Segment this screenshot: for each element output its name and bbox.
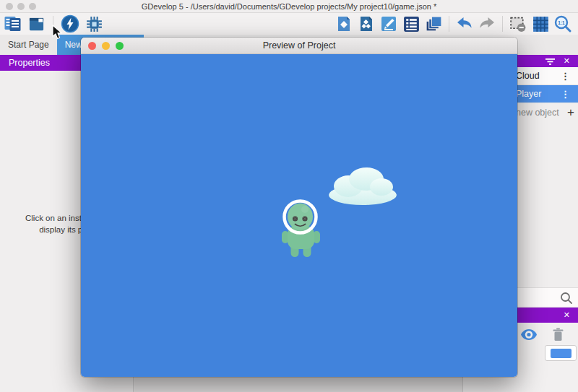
object-label: Cloud <box>516 71 540 81</box>
preview-window-title: Preview of Project <box>263 40 336 51</box>
window-controls[interactable] <box>6 3 36 10</box>
undo-button[interactable] <box>455 14 474 33</box>
app-titlebar: GDevelop 5 - /Users/david/Documents/GDev… <box>0 0 578 13</box>
layers-panel-close-icon[interactable]: ✕ <box>564 311 570 319</box>
selection-mask-icon <box>509 15 527 33</box>
file-cube-icon <box>335 15 353 32</box>
file-objects-icon <box>358 15 375 32</box>
layer-visibility-icon[interactable] <box>520 328 538 344</box>
grid-icon <box>532 15 550 33</box>
toolbar-separator <box>502 16 503 32</box>
mouse-cursor <box>52 25 63 40</box>
app-title: GDevelop 5 - /Users/david/Documents/GDev… <box>142 2 436 11</box>
instances-list-button[interactable] <box>424 14 443 33</box>
preview-window-controls[interactable] <box>88 42 124 50</box>
cloud-sprite <box>327 166 399 206</box>
toggle-mask-button[interactable] <box>509 14 527 33</box>
undo-arrow-icon <box>455 15 474 32</box>
gdevelop-app: GDevelop 5 - /Users/david/Documents/GDev… <box>0 0 578 392</box>
layer-color-swatch-box[interactable] <box>545 345 577 361</box>
zoom-original-button[interactable]: 1:1 <box>553 14 572 33</box>
object-menu-icon[interactable]: ⋮ <box>561 89 570 100</box>
minimize-window-button[interactable] <box>17 3 25 10</box>
edit-scene-button[interactable] <box>379 14 398 33</box>
search-icon <box>560 292 573 308</box>
project-manager-icon <box>4 15 22 32</box>
toolbar-separator <box>449 16 449 32</box>
add-object-label: new object <box>516 108 559 118</box>
properties-panel-title: Properties <box>9 58 50 68</box>
layer-color-swatch <box>551 349 571 358</box>
object-menu-icon[interactable]: ⋮ <box>561 71 570 82</box>
zoom-1-1-icon: 1:1 <box>553 14 572 33</box>
player-sprite <box>280 197 323 261</box>
debug-button[interactable] <box>85 14 103 33</box>
redo-arrow-icon <box>478 15 496 32</box>
tab-start-page-label: Start Page <box>8 40 49 50</box>
project-manager-button[interactable] <box>3 14 22 33</box>
debugger-chip-icon <box>85 15 103 33</box>
preview-game-canvas[interactable] <box>81 54 517 377</box>
toggle-grid-button[interactable] <box>531 14 550 33</box>
preview-window: Preview of Project <box>81 38 517 377</box>
tab-start-page[interactable]: Start Page <box>0 35 57 55</box>
main-toolbar: 1:1 <box>0 13 578 35</box>
objects-panel-close-icon[interactable]: ✕ <box>564 57 570 65</box>
events-list-icon <box>402 15 420 33</box>
svg-text:1:1: 1:1 <box>558 20 565 25</box>
launch-preview-button[interactable] <box>61 14 79 33</box>
zoom-window-button[interactable] <box>29 3 36 10</box>
redo-button[interactable] <box>478 14 496 33</box>
edit-pencil-icon <box>380 15 397 32</box>
close-window-button[interactable] <box>6 3 13 10</box>
layer-delete-icon[interactable] <box>552 328 564 344</box>
scene-properties-button[interactable] <box>335 14 353 33</box>
toggle-properties-button[interactable] <box>27 14 46 33</box>
filter-icon[interactable] <box>545 55 555 68</box>
open-objects-button[interactable] <box>357 14 376 33</box>
add-object-plus-icon[interactable]: + <box>567 105 574 120</box>
preview-zoom-button[interactable] <box>116 42 124 50</box>
object-label: Player <box>516 89 541 99</box>
preview-play-icon <box>61 14 79 33</box>
window-panel-icon <box>28 16 45 32</box>
preview-close-button[interactable] <box>88 42 96 50</box>
layers-stack-icon <box>425 15 443 33</box>
open-events-button[interactable] <box>402 14 420 33</box>
preview-titlebar[interactable]: Preview of Project <box>81 38 517 54</box>
preview-minimize-button[interactable] <box>102 42 110 50</box>
